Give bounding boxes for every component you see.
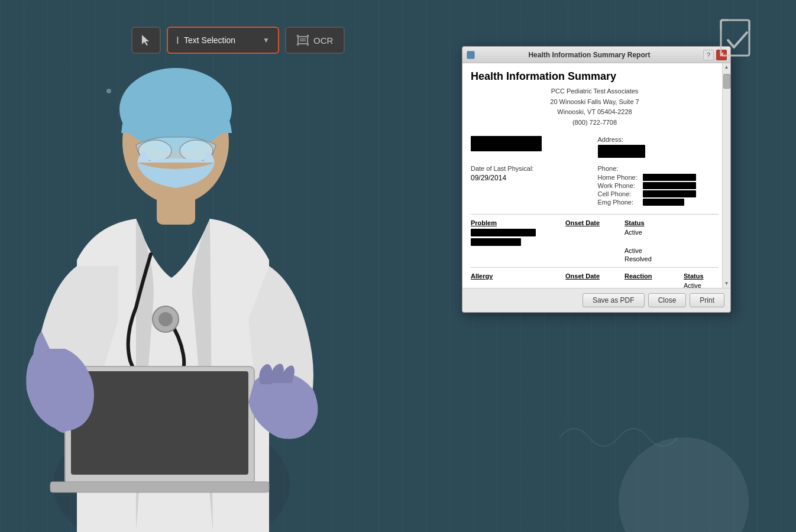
text-cursor-icon: Ⅰ	[176, 35, 179, 46]
scrollbar[interactable]: ▲ ▼	[722, 63, 730, 288]
patient-name-field	[471, 136, 592, 158]
patient-section: Address:	[471, 136, 719, 158]
print-button[interactable]: Print	[690, 293, 724, 307]
svg-rect-28	[467, 51, 474, 59]
cursor-icon	[140, 34, 153, 47]
problem-3-problem	[471, 255, 565, 262]
clinic-phone: (800) 722-7708	[471, 118, 719, 128]
ocr-label: OCR	[313, 35, 333, 46]
problems-header-row: Problem Onset Date Status	[471, 219, 719, 226]
allergy-col-allergy: Allergy	[471, 273, 565, 280]
save-as-pdf-button[interactable]: Save as PDF	[583, 293, 645, 307]
problems-table: Problem Onset Date Status Active	[471, 219, 719, 262]
problems-col-status: Status	[624, 219, 672, 226]
allergy-header-row: Allergy Onset Date Reaction Status	[471, 273, 719, 280]
emg-phone-label: Emg Phone:	[598, 199, 639, 206]
svg-rect-23	[721, 20, 749, 56]
cell-phone-row: Cell Phone:	[598, 190, 719, 197]
table-row: Active	[471, 247, 719, 254]
text-selection-label: Text Selection	[184, 35, 235, 45]
problem-3-status: Resolved	[624, 255, 672, 262]
clinic-address-2: Winooski, VT 05404-2228	[471, 107, 719, 118]
svg-rect-9	[71, 371, 248, 475]
cursor-button[interactable]	[131, 27, 161, 54]
clinic-name: PCC Pediatric Test Associates	[471, 86, 719, 97]
problem-1-redacted	[471, 229, 565, 246]
clinic-address-1: 20 Winooski Falls Way, Suite 7	[471, 97, 719, 108]
svg-marker-11	[142, 35, 149, 46]
allergy-col-reaction: Reaction	[624, 273, 684, 280]
problems-col-problem: Problem	[471, 219, 565, 226]
patient-name-redacted	[471, 136, 542, 151]
bg-circle	[619, 437, 749, 532]
ocr-button[interactable]: OCR	[285, 27, 345, 54]
emg-phone-redacted	[643, 199, 684, 206]
scroll-down-arrow[interactable]: ▼	[724, 280, 729, 288]
scroll-thumb[interactable]	[723, 74, 730, 89]
address-label: Address:	[598, 136, 719, 143]
table-row: Active	[471, 229, 719, 246]
allergy-1-allergy	[471, 282, 565, 288]
ocr-icon	[297, 34, 309, 46]
work-phone-redacted	[643, 182, 696, 189]
problem-3-onset	[565, 255, 624, 262]
address-redacted	[598, 145, 645, 158]
cell-phone-redacted	[643, 190, 696, 197]
emg-phone-row: Emg Phone:	[598, 199, 719, 206]
svg-rect-10	[50, 482, 269, 492]
problem-2-problem	[471, 247, 565, 254]
svg-point-2	[158, 312, 173, 326]
section-divider-1	[471, 214, 719, 215]
allergy-table: Allergy Onset Date Reaction Status Activ…	[471, 273, 719, 288]
allergy-col-onset: Onset Date	[565, 273, 624, 280]
document-checkmark-icon	[716, 18, 763, 65]
window-footer: Save as PDF Close Print	[462, 288, 730, 312]
date-value: 09/29/2014	[471, 174, 592, 182]
clinic-info: PCC Pediatric Test Associates 20 Winoosk…	[471, 86, 719, 128]
window-help-button[interactable]: ?	[703, 50, 714, 60]
table-row: Resolved	[471, 255, 719, 262]
problem-2-onset	[565, 247, 624, 254]
svg-rect-12	[298, 37, 308, 44]
window-app-icon	[466, 50, 475, 60]
phone-section: Phone: Home Phone: Work Phone: Cell Phon…	[598, 165, 719, 207]
window-body: Health Information Summary PCC Pediatric…	[462, 63, 730, 312]
cell-phone-label: Cell Phone:	[598, 190, 639, 197]
home-phone-row: Home Phone:	[598, 174, 719, 181]
problem-1-status: Active	[624, 229, 672, 246]
date-label: Date of Last Physical:	[471, 165, 592, 172]
problems-col-onset: Onset Date	[565, 219, 624, 226]
home-phone-label: Home Phone:	[598, 174, 639, 181]
allergy-1-reaction	[624, 282, 684, 288]
doctor-illustration	[0, 0, 390, 532]
section-divider-2	[471, 267, 719, 268]
doc-icon-wrapper	[716, 18, 763, 67]
close-button[interactable]: Close	[648, 293, 687, 307]
work-phone-label: Work Phone:	[598, 182, 639, 189]
window-titlebar: Health Information Summary Report ? ✕	[462, 47, 730, 63]
text-selection-button[interactable]: Ⅰ Text Selection ▼	[167, 27, 279, 54]
bg-squiggle	[559, 414, 678, 461]
report-title: Health Information Summary	[471, 70, 719, 83]
work-phone-row: Work Phone:	[598, 182, 719, 189]
dropdown-arrow-icon: ▼	[263, 36, 270, 44]
window-title: Health Information Summary Report	[475, 51, 703, 59]
table-row: Active	[471, 282, 719, 288]
problem-1-onset	[565, 229, 624, 246]
home-phone-redacted	[643, 174, 696, 181]
allergy-1-onset	[565, 282, 624, 288]
health-info-window: Health Information Summary Report ? ✕ He…	[462, 46, 731, 313]
phone-label: Phone:	[598, 165, 719, 172]
window-scroll-area[interactable]: Health Information Summary PCC Pediatric…	[462, 63, 730, 288]
toolbar: Ⅰ Text Selection ▼ OCR	[131, 27, 345, 54]
problem-2-status: Active	[624, 247, 672, 254]
date-of-last-physical: Date of Last Physical: 09/29/2014	[471, 165, 592, 207]
address-field: Address:	[598, 136, 719, 158]
